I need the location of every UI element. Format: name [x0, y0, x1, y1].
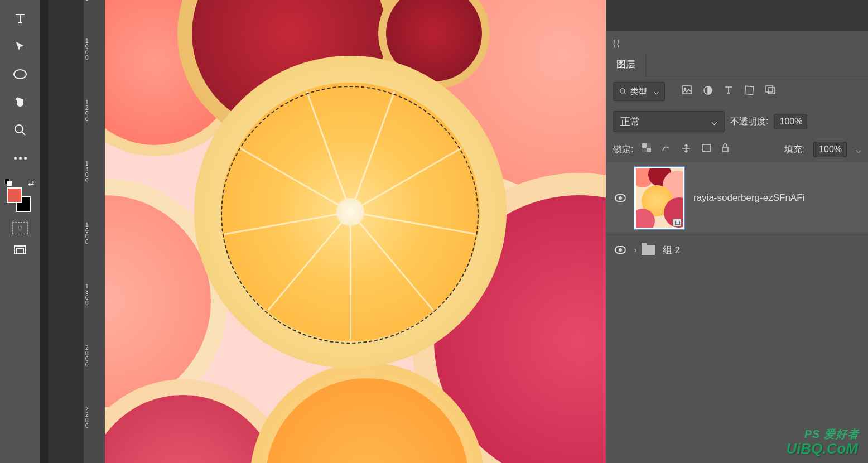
panel-close-icon[interactable]: ⟨⟨	[611, 38, 622, 50]
fill-label: 填充:	[784, 144, 804, 156]
svg-point-2	[18, 226, 22, 230]
foreground-color[interactable]	[7, 187, 22, 203]
quick-mask-toggle[interactable]	[12, 222, 28, 234]
panel-top-gap	[606, 0, 868, 31]
svg-rect-10	[766, 86, 773, 92]
ellipse-tool[interactable]	[7, 61, 33, 88]
selection-marquee	[221, 86, 479, 344]
lock-artboard-icon[interactable]	[701, 143, 711, 156]
svg-rect-14	[647, 143, 651, 148]
color-swatches[interactable]: ⇄	[3, 179, 37, 211]
svg-rect-15	[642, 148, 647, 152]
lock-all-icon[interactable]	[721, 143, 729, 156]
svg-rect-16	[702, 144, 710, 151]
filter-label: 类型	[630, 86, 647, 97]
svg-rect-13	[647, 148, 651, 152]
layer-name[interactable]: rayia-soderberg-ezSFnAFi	[693, 192, 804, 204]
layer-filter-select[interactable]: 类型 ⌵	[613, 82, 665, 101]
group-name[interactable]: 组 2	[663, 244, 680, 257]
filter-type-icon[interactable]	[724, 85, 733, 98]
layer-group-item[interactable]: › 组 2	[606, 234, 868, 266]
svg-rect-11	[768, 88, 775, 94]
svg-rect-17	[722, 147, 728, 152]
folder-icon	[642, 245, 655, 255]
visibility-toggle-icon[interactable]	[615, 246, 626, 254]
tab-layers[interactable]: 图层	[606, 52, 646, 76]
svg-rect-12	[642, 143, 647, 148]
chevron-down-icon: ⌵	[856, 144, 861, 155]
screen-mode-toggle[interactable]	[13, 244, 27, 258]
watermark-url: UiBQ.CoM	[786, 440, 858, 457]
lock-label: 锁定:	[613, 144, 633, 156]
svg-point-1	[15, 125, 23, 133]
chevron-down-icon: ⌵	[711, 115, 717, 128]
smart-object-icon	[673, 219, 682, 226]
blend-mode-select[interactable]: 正常 ⌵	[613, 111, 725, 132]
visibility-toggle-icon[interactable]	[615, 194, 626, 202]
lock-image-icon[interactable]	[661, 143, 671, 156]
filter-smartobject-icon[interactable]	[765, 85, 775, 98]
opacity-label: 不透明度:	[730, 116, 768, 128]
lock-position-icon[interactable]	[681, 143, 691, 156]
swap-colors-icon[interactable]: ⇄	[28, 179, 35, 187]
lock-transparency-icon[interactable]	[642, 143, 651, 156]
artboard	[105, 0, 630, 463]
watermark-brand: PS 爱好者	[804, 427, 859, 442]
blend-mode-value: 正常	[620, 115, 640, 128]
opacity-value[interactable]: 100%	[774, 114, 807, 129]
more-tools[interactable]	[7, 144, 33, 171]
expand-chevron-icon[interactable]: ›	[634, 245, 637, 254]
layer-item-active[interactable]: rayia-soderberg-ezSFnAFi	[606, 162, 868, 234]
filter-pixel-icon[interactable]	[682, 85, 692, 98]
path-selection-tool[interactable]	[7, 33, 33, 60]
svg-rect-4	[17, 248, 23, 254]
svg-point-0	[14, 70, 26, 79]
fill-value[interactable]: 100%	[813, 142, 847, 157]
default-colors-icon[interactable]	[4, 179, 12, 186]
svg-rect-9	[745, 86, 753, 94]
ruler-mark: 0	[85, 0, 103, 1]
type-tool[interactable]	[7, 5, 33, 32]
filter-adjustment-icon[interactable]	[703, 85, 713, 98]
layer-thumbnail[interactable]	[634, 167, 684, 229]
filter-shape-icon[interactable]	[744, 85, 754, 98]
zoom-tool[interactable]	[7, 117, 33, 143]
tools-panel: ⇄	[0, 0, 40, 463]
svg-point-5	[620, 89, 625, 93]
gap-column	[40, 0, 48, 463]
layers-panel: ⟨⟨ 图层 类型 ⌵ 正常 ⌵ 不透明度: 100%	[606, 31, 868, 463]
canvas-area[interactable]	[105, 0, 630, 463]
vertical-ruler: 0 1000 1200 1400 1600 1800 2000 2200	[84, 0, 105, 463]
svg-point-7	[684, 88, 686, 90]
hand-tool[interactable]	[7, 89, 33, 115]
chevron-down-icon: ⌵	[654, 86, 659, 97]
